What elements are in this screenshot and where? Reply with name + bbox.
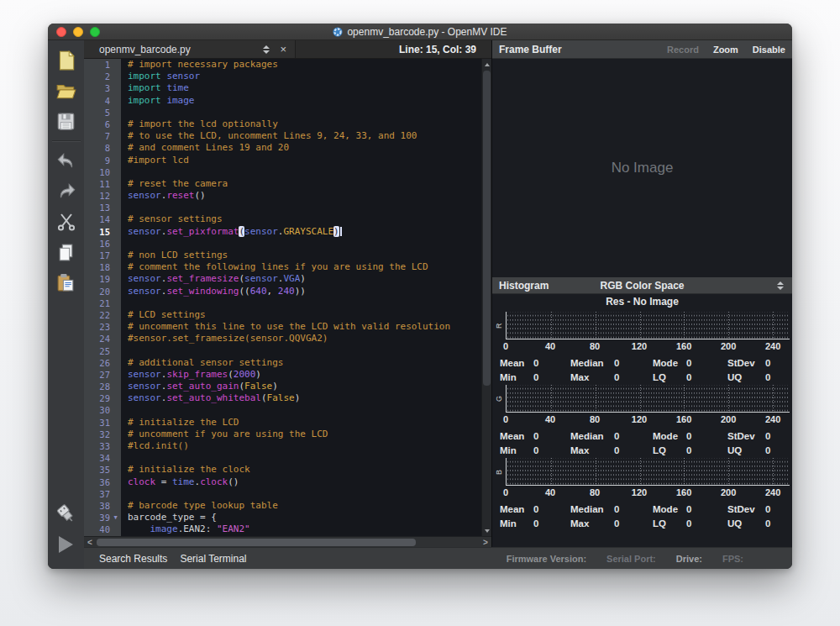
code-line[interactable]: 1# import necessary packages <box>84 59 481 71</box>
undo-button[interactable] <box>54 149 79 174</box>
editor-horizontal-scrollbar[interactable]: < > <box>84 536 491 547</box>
code-line[interactable]: 24#sensor.set_framesize(sensor.QQVGA2) <box>84 333 481 345</box>
line-number: 16 <box>84 238 121 250</box>
copy-button[interactable] <box>54 239 79 265</box>
code-line[interactable]: 38# barcode type lookup table <box>84 500 481 512</box>
code-editor: openmv_barcode.py × Line: 15, Col: 39 1#… <box>84 40 491 547</box>
stat-value: 0 <box>614 518 653 529</box>
code-line[interactable]: 23# uncomment this line to use the LCD w… <box>84 321 481 333</box>
code-line[interactable]: 18# comment the following lines if you a… <box>84 261 481 273</box>
stat-value: 0 <box>614 431 653 441</box>
frame-buffer-title: Frame Buffer <box>499 44 562 55</box>
code-line[interactable]: 17# non LCD settings <box>84 250 481 261</box>
code-line[interactable]: 11# reset the camera <box>84 178 481 190</box>
axis-tick-label: 200 <box>721 341 736 351</box>
code-line[interactable]: 32# uncomment if you are using the LCD <box>84 429 481 440</box>
run-script-button[interactable] <box>54 532 79 557</box>
code-line[interactable]: 19sensor.set_framesize(sensor.VGA) <box>84 273 481 285</box>
code-line[interactable]: 16 <box>84 238 481 250</box>
code-line[interactable]: 26# additional sensor settings <box>84 357 481 369</box>
code-line[interactable]: 14# sensor settings <box>84 213 481 225</box>
new-file-button[interactable] <box>54 48 79 73</box>
stat-value: 0 <box>686 431 727 441</box>
close-tab-button[interactable]: × <box>276 44 290 55</box>
code-line[interactable]: 40 image.EAN2: "EAN2" <box>84 523 481 535</box>
code-line[interactable]: 21 <box>84 297 481 309</box>
code-line[interactable]: 10 <box>84 166 481 178</box>
code-lines[interactable]: 1# import necessary packages2import sens… <box>84 59 481 536</box>
code-line[interactable]: 15sensor.set_pixformat(sensor.GRAYSCALE) <box>84 226 481 238</box>
code-line[interactable]: 27sensor.skip_frames(2000) <box>84 369 481 381</box>
zoom-button[interactable]: Zoom <box>713 45 738 55</box>
code-line[interactable]: 6# import the lcd optionally <box>84 118 481 130</box>
scroll-left-arrow[interactable]: < <box>84 537 96 547</box>
code-line[interactable]: 35# initialize the clock <box>84 464 481 476</box>
vertical-scrollbar-thumb[interactable] <box>483 71 491 386</box>
titlebar[interactable]: openmv_barcode.py - OpenMV IDE <box>48 24 792 40</box>
close-window-button[interactable] <box>56 27 66 37</box>
traffic-lights <box>56 27 100 37</box>
G-histogram-plot <box>506 385 790 413</box>
code-line[interactable]: 25 <box>84 345 481 357</box>
paste-button[interactable] <box>54 270 79 295</box>
cut-button[interactable] <box>54 209 79 234</box>
fold-arrow-icon[interactable]: ▼ <box>110 512 121 523</box>
serial-port-label: Serial Port: <box>606 554 656 564</box>
code-line[interactable]: 20sensor.set_windowing((640, 240)) <box>84 286 481 297</box>
code-line[interactable]: 7# to use the LCD, uncomment Lines 9, 24… <box>84 130 481 142</box>
color-space-dropdown-arrows[interactable] <box>775 281 785 290</box>
line-number: 13 <box>84 202 121 213</box>
maximize-window-button[interactable] <box>90 27 100 37</box>
minimize-window-button[interactable] <box>73 27 83 37</box>
histogram-title: Histogram <box>499 280 549 292</box>
save-file-button[interactable] <box>54 108 79 134</box>
line-number: 40 <box>84 523 121 535</box>
scroll-down-arrow[interactable] <box>482 525 491 536</box>
open-file-button[interactable] <box>54 78 79 103</box>
code-line[interactable]: 37 <box>84 488 481 500</box>
axis-tick-label: 0 <box>503 414 508 424</box>
redo-icon <box>55 181 77 203</box>
code-line[interactable]: 28sensor.set_auto_gain(False) <box>84 381 481 392</box>
code-line[interactable]: 29sensor.set_auto_whitebal(False) <box>84 392 481 404</box>
line-number: 17 <box>84 250 121 261</box>
code-line[interactable]: 31# initialize the LCD <box>84 417 481 429</box>
code-line[interactable]: 2import sensor <box>84 71 481 82</box>
code-line[interactable]: 36clock = time.clock() <box>84 476 481 488</box>
connect-button[interactable] <box>54 502 79 527</box>
code-line[interactable]: 13 <box>84 202 481 213</box>
axis-tick-label: 240 <box>765 341 780 351</box>
tab-serial-terminal[interactable]: Serial Terminal <box>180 553 246 565</box>
fps-label: FPS: <box>722 554 743 564</box>
stat-label: StDev <box>727 431 765 441</box>
stat-label: Min <box>500 445 533 455</box>
tab-search-results[interactable]: Search Results <box>99 553 167 565</box>
channel-label: B <box>492 458 506 486</box>
stat-value: 0 <box>533 431 570 441</box>
code-line[interactable]: 34 <box>84 452 481 464</box>
disable-button[interactable]: Disable <box>753 45 785 55</box>
channel-stats-row: Mean0Median0Mode0StDev0 <box>492 429 792 444</box>
redo-button[interactable] <box>54 179 79 204</box>
code-line[interactable]: 30 <box>84 404 481 416</box>
code-line[interactable]: 8# and comment Lines 19 and 20 <box>84 142 481 154</box>
code-line[interactable]: 5 <box>84 107 481 118</box>
code-line[interactable]: 3import time <box>84 82 481 94</box>
scroll-up-arrow[interactable] <box>482 59 491 70</box>
code-line[interactable]: 22# LCD settings <box>84 309 481 321</box>
channel-label: R <box>492 312 506 339</box>
editor-vertical-scrollbar[interactable] <box>481 59 491 536</box>
horizontal-scrollbar-thumb[interactable] <box>97 539 416 546</box>
code-line[interactable]: 33#lcd.init() <box>84 440 481 452</box>
code-line[interactable]: 4import image <box>84 95 481 107</box>
axis-tick-label: 0 <box>503 487 508 497</box>
stat-label: StDev <box>727 504 765 514</box>
toolbar-separator <box>52 140 81 142</box>
scroll-right-arrow[interactable]: > <box>480 537 491 547</box>
open-documents-dropdown[interactable] <box>256 45 276 54</box>
channel-stats-row: Mean0Median0Mode0StDev0 <box>492 355 792 371</box>
code-line[interactable]: 12sensor.reset() <box>84 190 481 202</box>
code-line[interactable]: 39▼barcode_type = { <box>84 512 481 523</box>
tab-openmv-barcode[interactable]: openmv_barcode.py × <box>84 40 296 58</box>
code-line[interactable]: 9#import lcd <box>84 155 481 166</box>
